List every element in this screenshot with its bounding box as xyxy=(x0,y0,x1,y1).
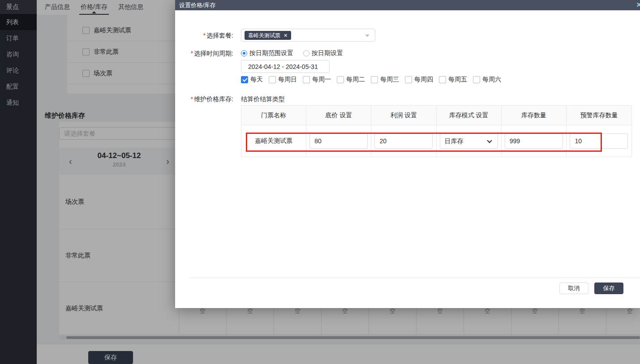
weekday-monday[interactable]: 每周一 xyxy=(303,76,331,84)
stock-mode-select[interactable]: 日库存 xyxy=(440,133,498,149)
weekday-label: 每周四 xyxy=(414,76,433,84)
weekday-saturday[interactable]: 每周六 xyxy=(473,76,501,84)
col-header-stock-mode: 库存模式 设置 xyxy=(437,106,502,125)
weekday-label: 每周二 xyxy=(346,76,365,84)
checkbox-icon xyxy=(371,76,378,83)
cancel-button[interactable]: 取消 xyxy=(559,283,588,294)
checkbox-icon xyxy=(269,76,276,83)
checkbox-checked-icon xyxy=(241,76,248,83)
modal-header: 设置价格/库存 ✕ xyxy=(175,0,640,10)
radio-icon xyxy=(303,50,309,56)
cell-ticket-name: 嘉峪关测试票 xyxy=(241,125,306,157)
col-header-ticket-name: 门票名称 xyxy=(241,106,306,125)
screen: 景点 列表 订单 咨询 评论 配置 通知 产品信息 价格/库存 其他信息 嘉峪关… xyxy=(0,0,640,364)
table-row: 嘉峪关测试票 日库存 xyxy=(241,125,631,157)
package-label-text: 选择套餐: xyxy=(206,32,233,39)
weekday-label: 每周五 xyxy=(448,76,467,84)
date-range-input[interactable] xyxy=(241,60,330,73)
weekday-tuesday[interactable]: 每周二 xyxy=(337,76,365,84)
weekday-label: 每周六 xyxy=(482,76,501,84)
weekday-friday[interactable]: 每周五 xyxy=(439,76,467,84)
checkbox-icon xyxy=(405,76,412,83)
weekday-wednesday[interactable]: 每周三 xyxy=(371,76,399,84)
weekday-label: 每周日 xyxy=(278,76,297,84)
remove-tag-icon[interactable]: ✕ xyxy=(283,33,288,39)
weekday-sunday[interactable]: 每周日 xyxy=(269,76,297,84)
weekday-label: 每周一 xyxy=(312,76,331,84)
maintain-label-text: 维护价格库存: xyxy=(194,95,233,103)
radio-date-range-label: 按日期范围设置 xyxy=(249,49,293,57)
package-multiselect[interactable]: 嘉峪关测试票 ✕ xyxy=(241,29,375,42)
stock-mode-value: 日库存 xyxy=(445,137,464,145)
radio-by-date-label: 按日期设置 xyxy=(312,49,343,57)
package-label: *选择套餐: xyxy=(184,32,233,40)
set-price-stock-modal: 设置价格/库存 ✕ *选择套餐: 嘉峪关测试票 ✕ *选择时间周期: 按日期范围… xyxy=(175,0,640,308)
chevron-down-icon xyxy=(365,34,369,37)
warning-stock-input[interactable] xyxy=(570,133,628,149)
col-header-base-price: 底价 设置 xyxy=(306,106,371,125)
checkbox-icon xyxy=(303,76,310,83)
radio-by-date[interactable]: 按日期设置 xyxy=(303,49,343,57)
weekday-thursday[interactable]: 每周四 xyxy=(405,76,433,84)
col-header-warning-stock: 预警库存数量 xyxy=(567,106,631,125)
checkbox-icon xyxy=(473,76,480,83)
settlement-type-text: 结算价结算类型 xyxy=(241,95,285,103)
weekday-label: 每周三 xyxy=(380,76,399,84)
base-price-input[interactable] xyxy=(309,133,368,149)
footer-divider xyxy=(189,278,640,278)
checkbox-icon xyxy=(337,76,344,83)
checkbox-icon xyxy=(439,76,446,83)
col-header-stock-count: 库存数量 xyxy=(502,106,567,125)
radio-date-range[interactable]: 按日期范围设置 xyxy=(241,49,293,57)
period-radio-group: 按日期范围设置 按日期设置 xyxy=(241,49,343,58)
required-mark: * xyxy=(203,32,206,39)
period-label-text: 选择时间周期: xyxy=(194,50,233,57)
period-label: *选择时间周期: xyxy=(184,50,233,58)
col-header-profit: 利润 设置 xyxy=(371,106,436,125)
chevron-down-icon xyxy=(487,138,492,143)
save-button[interactable]: 保存 xyxy=(594,283,623,294)
table-header-row: 门票名称 底价 设置 利润 设置 库存模式 设置 库存数量 预警库存数量 xyxy=(241,106,631,125)
price-stock-table: 门票名称 底价 设置 利润 设置 库存模式 设置 库存数量 预警库存数量 嘉峪关… xyxy=(241,105,632,157)
weekday-everyday[interactable]: 每天 xyxy=(241,76,263,84)
weekday-checkbox-group: 每天 每周日 每周一 每周二 每周三 每周四 每周五 每周六 xyxy=(241,76,501,84)
modal-title: 设置价格/库存 xyxy=(179,2,216,9)
radio-icon xyxy=(241,50,247,56)
close-icon[interactable]: ✕ xyxy=(636,1,640,9)
profit-input[interactable] xyxy=(374,133,433,149)
required-mark: * xyxy=(191,50,193,57)
weekday-label: 每天 xyxy=(250,76,263,84)
maintain-label: *维护价格库存: xyxy=(184,95,233,103)
stock-count-input[interactable] xyxy=(505,133,563,149)
selected-package-tag-label: 嘉峪关测试票 xyxy=(248,32,280,39)
required-mark: * xyxy=(191,95,193,103)
selected-package-tag: 嘉峪关测试票 ✕ xyxy=(245,31,291,40)
